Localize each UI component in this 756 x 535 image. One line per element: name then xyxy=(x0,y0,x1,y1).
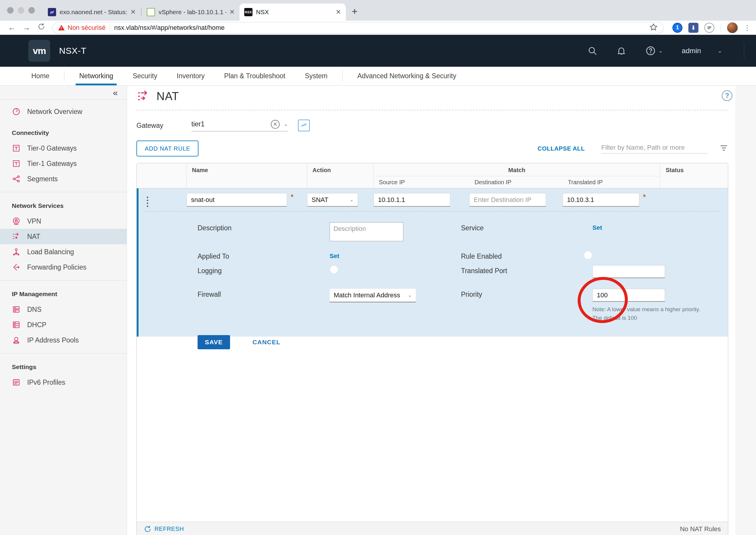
vmware-logo: vm xyxy=(28,40,50,62)
nav-advanced[interactable]: Advanced Networking & Security xyxy=(355,67,458,85)
sidebar-item-dns[interactable]: DNS xyxy=(0,302,127,317)
chevron-down-icon: ⌄ xyxy=(408,293,412,298)
product-title: NSX-T xyxy=(59,46,87,56)
help-menu[interactable]: ⌄ xyxy=(645,45,663,56)
chevron-down-icon[interactable]: ⌄ xyxy=(284,121,288,127)
sidebar-item-label: IP Address Pools xyxy=(27,336,79,344)
action-value: SNAT xyxy=(312,196,328,204)
firewall-select[interactable]: Match Internal Address ⌄ xyxy=(329,289,416,302)
rule-enabled-label: Rule Enabled xyxy=(461,251,592,260)
close-tab-icon[interactable]: ✕ xyxy=(336,8,341,16)
url-text[interactable]: nsx.vlab/nsx/#/app/networks/nat/home xyxy=(114,24,224,32)
description-textarea[interactable] xyxy=(329,222,404,241)
sidebar-item-nat[interactable]: NAT xyxy=(0,229,127,244)
nav-inventory[interactable]: Inventory xyxy=(175,67,207,85)
dns-icon xyxy=(12,305,21,314)
tab-title: exo.naoned.net - Status: Dashbo xyxy=(60,9,127,16)
sidebar-item-label: Segments xyxy=(27,175,58,183)
minimize-window-button[interactable] xyxy=(18,7,24,14)
action-select[interactable]: SNAT ⌄ xyxy=(307,193,358,207)
close-window-button[interactable] xyxy=(7,7,14,14)
applied-to-set-link[interactable]: Set xyxy=(329,251,339,260)
collapse-sidebar-icon[interactable]: « xyxy=(113,88,118,98)
sidebar-item-ipv6-profiles[interactable]: IPv6 Profiles xyxy=(0,375,127,390)
service-set-link[interactable]: Set xyxy=(592,222,602,231)
translated-ip-input[interactable] xyxy=(563,193,639,207)
ip-lookup-extension-icon[interactable]: IP xyxy=(704,23,714,33)
security-warning-label[interactable]: Non sécurisé xyxy=(68,24,105,32)
translated-port-input[interactable] xyxy=(592,265,665,278)
gateway-stats-icon[interactable] xyxy=(298,120,310,131)
destination-ip-input[interactable] xyxy=(469,193,546,207)
applied-to-label: Applied To xyxy=(198,251,329,260)
sidebar-item-tier0-gateways[interactable]: Tier-0 Gateways xyxy=(0,141,127,156)
nav-home[interactable]: Home xyxy=(30,67,51,85)
notifications-bell-icon[interactable] xyxy=(616,46,626,56)
new-tab-button[interactable]: + xyxy=(352,6,358,17)
clear-gateway-icon[interactable]: ✕ xyxy=(271,120,280,129)
chevron-down-icon: ⌄ xyxy=(658,47,663,54)
sidebar-item-ip-address-pools[interactable]: IP Address Pools xyxy=(0,332,127,348)
collapse-all-link[interactable]: COLLAPSE ALL xyxy=(538,145,585,152)
nav-system[interactable]: System xyxy=(303,67,329,85)
user-menu[interactable]: admin ⌄ xyxy=(682,47,722,55)
search-icon[interactable] xyxy=(587,46,598,56)
sidebar-item-vpn[interactable]: VPN xyxy=(0,213,127,229)
sidebar-item-label: DNS xyxy=(27,306,42,314)
sidebar-item-label: DHCP xyxy=(27,321,46,329)
sidebar-section-settings: Settings xyxy=(0,353,127,375)
window-controls[interactable] xyxy=(0,7,43,21)
close-tab-icon[interactable]: ✕ xyxy=(130,8,136,16)
tab-pfsense[interactable]: pf exo.naoned.net - Status: Dashbo ✕ xyxy=(43,4,141,21)
priority-input[interactable] xyxy=(592,289,665,302)
address-bar[interactable]: Non sécurisé nsx.vlab/nsx/#/app/networks… xyxy=(53,22,663,33)
sidebar-item-segments[interactable]: Segments xyxy=(0,171,127,186)
security-warning-icon[interactable] xyxy=(58,25,65,30)
source-ip-input[interactable] xyxy=(374,193,450,207)
header-destination-ip: Destination IP xyxy=(469,179,563,186)
sidebar-item-forwarding-policies[interactable]: Forwarding Policies xyxy=(0,260,127,275)
main-nav: Home Networking Security Inventory Plan … xyxy=(0,67,756,86)
priority-label: Priority xyxy=(461,289,592,298)
sidebar-item-network-overview[interactable]: Network Overview xyxy=(0,104,127,119)
download-extension-icon[interactable]: ⬇ xyxy=(688,23,698,33)
add-nat-rule-button[interactable]: ADD NAT RULE xyxy=(136,141,198,156)
tab-vsphere[interactable]: ❖ vSphere - lab-10.10.1.1 - Summar ✕ xyxy=(142,4,239,21)
row-drag-handle[interactable] xyxy=(138,193,187,207)
refresh-icon xyxy=(144,525,152,533)
nav-security[interactable]: Security xyxy=(131,67,159,85)
save-button[interactable]: SAVE xyxy=(198,335,230,349)
header-status: Status xyxy=(660,163,728,188)
rule-name-input[interactable] xyxy=(187,193,287,207)
gateway-value: tier1 xyxy=(191,120,271,128)
sidebar-item-load-balancing[interactable]: Load Balancing xyxy=(0,244,127,260)
profile-avatar[interactable] xyxy=(727,22,738,33)
bookmark-star-icon[interactable] xyxy=(649,23,658,33)
gateway-icon xyxy=(12,159,21,168)
vpn-lock-icon xyxy=(12,217,21,226)
sidebar-item-dhcp[interactable]: DHCP xyxy=(0,317,127,332)
page-title: NAT xyxy=(156,90,179,103)
nsx-favicon-icon: NSX xyxy=(244,8,252,16)
nav-networking[interactable]: Networking xyxy=(77,67,115,85)
filter-input[interactable]: Filter by Name, Path or more xyxy=(601,144,708,154)
tab-nsx-active[interactable]: NSX NSX ✕ xyxy=(239,4,346,21)
cancel-button[interactable]: CANCEL xyxy=(252,339,281,346)
refresh-button[interactable]: REFRESH xyxy=(144,525,184,533)
empty-message: No NAT Rules xyxy=(680,525,721,533)
1password-extension-icon[interactable]: 1 xyxy=(672,23,683,33)
close-tab-icon[interactable]: ✕ xyxy=(230,8,235,16)
browser-tab-strip: pf exo.naoned.net - Status: Dashbo ✕ ❖ v… xyxy=(0,0,756,21)
page-help-icon[interactable]: ? xyxy=(722,90,732,101)
filter-icon[interactable] xyxy=(719,144,728,153)
nav-plan-troubleshoot[interactable]: Plan & Troubleshoot xyxy=(222,67,287,85)
username-label: admin xyxy=(682,47,701,55)
sidebar-item-tier1-gateways[interactable]: Tier-1 Gateways xyxy=(0,156,127,171)
browser-menu-icon[interactable]: ⋮ xyxy=(743,26,751,29)
maximize-window-button[interactable] xyxy=(28,7,35,14)
reload-button[interactable] xyxy=(35,23,48,33)
kebab-handle-icon xyxy=(147,197,148,207)
gateway-select[interactable]: tier1 ✕ ⌄ xyxy=(191,120,288,131)
forward-button[interactable]: → xyxy=(20,23,33,32)
back-button[interactable]: ← xyxy=(5,23,18,32)
